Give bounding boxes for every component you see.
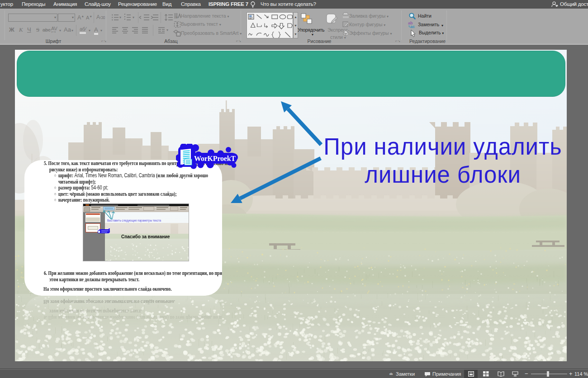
svg-text:ac: ac — [410, 24, 415, 28]
